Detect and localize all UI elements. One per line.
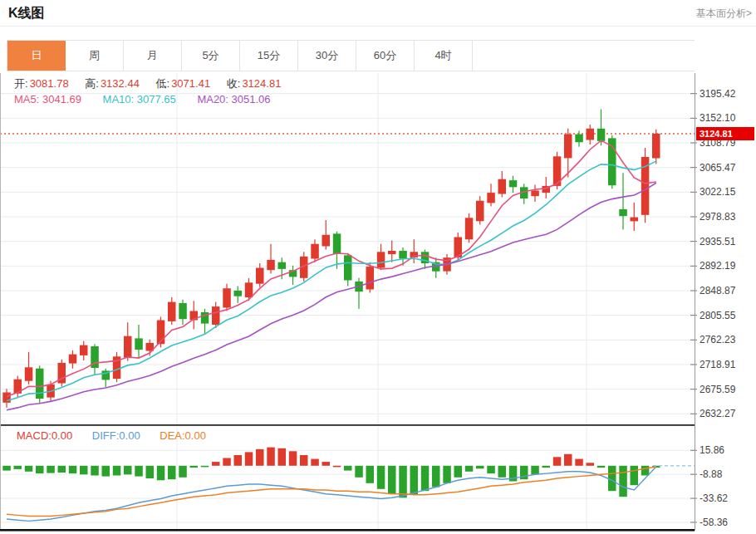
diff-legend: DIFF:0.00 (92, 429, 140, 442)
candle (256, 263, 264, 287)
candle (36, 365, 44, 404)
candle (179, 300, 187, 325)
candle (619, 173, 627, 229)
low-label: 低: (156, 77, 170, 90)
candle (652, 130, 660, 164)
high-value: 3132.44 (101, 77, 140, 90)
svg-text:3195.42: 3195.42 (700, 88, 736, 100)
macd-legend: MACD:0.00 (17, 429, 72, 442)
svg-text:-58.36: -58.36 (700, 517, 728, 528)
candle (2, 389, 11, 408)
svg-text:2762.23: 2762.23 (700, 334, 736, 345)
candle (14, 376, 22, 398)
current-price-badge: 3124.81 (696, 127, 754, 140)
candle (212, 302, 220, 329)
candle (344, 253, 352, 287)
candle (25, 352, 33, 385)
ohlc-row: 开:3081.78 高:3132.44 低:3071.41 收:3124.81 (14, 76, 294, 91)
candle (531, 185, 539, 203)
svg-text:3065.47: 3065.47 (700, 162, 736, 174)
candle (201, 309, 209, 334)
svg-text:2805.55: 2805.55 (700, 310, 736, 321)
candle (168, 297, 176, 325)
svg-text:-33.62: -33.62 (700, 492, 728, 504)
candle (113, 352, 121, 382)
macd-legend-row: MACD:0.00 DIFF:0.00 DEA:0.00 (17, 429, 223, 442)
candle (322, 220, 331, 250)
close-label: 收: (227, 77, 241, 90)
candle (498, 171, 507, 198)
svg-text:-8.88: -8.88 (700, 468, 723, 480)
candle (102, 369, 110, 388)
candle (355, 278, 363, 309)
candle (410, 239, 419, 263)
svg-text:2892.19: 2892.19 (700, 260, 736, 272)
svg-text:3152.10: 3152.10 (700, 112, 736, 124)
svg-text:2978.83: 2978.83 (700, 211, 736, 223)
open-value: 3081.78 (30, 77, 69, 90)
ma-legend-row: MA5: 3041.69 MA10: 3077.65 MA20: 3051.06 (14, 93, 289, 105)
candle (465, 213, 474, 243)
high-label: 高: (85, 77, 99, 90)
svg-text:3022.15: 3022.15 (700, 186, 736, 198)
candle (311, 239, 319, 262)
svg-text:2675.59: 2675.59 (700, 384, 736, 395)
svg-text:2718.91: 2718.91 (700, 359, 736, 370)
candle (80, 341, 88, 360)
candle (587, 125, 595, 145)
candle (223, 284, 231, 311)
candle (157, 316, 165, 347)
candle (432, 257, 440, 278)
candle (487, 184, 495, 206)
low-value: 3071.41 (171, 77, 210, 90)
candle (91, 344, 99, 375)
svg-text:2848.87: 2848.87 (700, 285, 736, 296)
svg-text:2632.27: 2632.27 (700, 408, 736, 419)
candle (399, 247, 407, 266)
candle (135, 325, 143, 358)
candle (476, 196, 484, 224)
candle (641, 148, 650, 223)
candle (58, 360, 66, 387)
candle (69, 350, 77, 369)
open-label: 开: (14, 77, 28, 90)
svg-text:15.86: 15.86 (700, 444, 724, 456)
candle (234, 286, 243, 303)
candle (190, 301, 199, 329)
close-value: 3124.81 (242, 77, 281, 90)
dea-legend: DEA:0.00 (160, 429, 206, 442)
svg-text:2935.51: 2935.51 (700, 236, 736, 247)
candle (608, 135, 616, 189)
candle (289, 266, 297, 285)
candle (520, 184, 528, 204)
ma20-legend: MA20: 3051.06 (197, 93, 270, 105)
kline-page: K线图 基本面分析> 日周月5分15分30分60分4时 3195.423152.… (0, 0, 756, 534)
candle (267, 244, 275, 274)
candle (509, 176, 518, 194)
ma10-legend: MA10: 3077.65 (103, 93, 176, 105)
ma5-legend: MA5: 3041.69 (14, 93, 81, 105)
candle (124, 322, 132, 361)
candle (388, 241, 396, 262)
